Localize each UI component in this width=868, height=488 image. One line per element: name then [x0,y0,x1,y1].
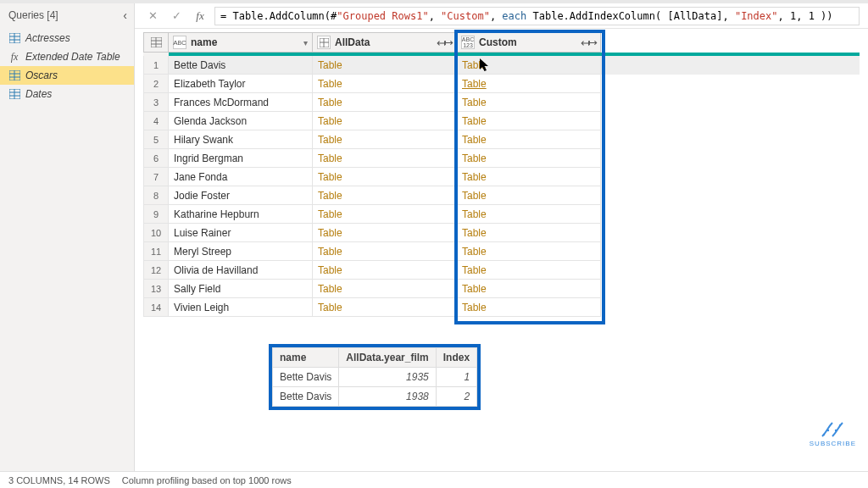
table-row[interactable]: 1Bette DavisTableTable [143,56,860,75]
query-item-dates[interactable]: Dates [0,85,134,103]
table-row[interactable]: 4Glenda JacksonTableTable [143,112,860,130]
cell-custom[interactable]: Table [457,242,601,261]
table-type-icon[interactable] [317,36,331,49]
cell-name[interactable]: Frances McDormand [169,93,313,112]
row-index[interactable]: 2 [143,75,169,93]
table-row[interactable]: 5Hilary SwankTableTable [143,130,860,149]
cell-custom[interactable]: Table [457,130,601,149]
table-row[interactable]: 10Luise RainerTableTable [143,224,860,242]
column-header-custom[interactable]: ABC123 Custom ↤↦ [457,32,601,53]
preview-cell[interactable]: Bette Davis [273,368,339,387]
row-index[interactable]: 11 [143,242,169,261]
cell-name[interactable]: Ingrid Bergman [169,149,313,168]
cell-name[interactable]: Meryl Streep [169,242,313,261]
cell-alldata[interactable]: Table [313,75,457,93]
preview-row[interactable]: Bette Davis19382 [273,387,477,407]
cell-name[interactable]: Luise Rainer [169,224,313,242]
preview-row[interactable]: Bette Davis19351 [273,368,477,387]
cell-alldata[interactable]: Table [313,149,457,168]
accept-formula-button[interactable]: ✓ [167,7,186,25]
cell-alldata[interactable]: Table [313,186,457,205]
table-row[interactable]: 9Katharine HepburnTableTable [143,205,860,224]
table-row[interactable]: 7Jane FondaTableTable [143,168,860,186]
preview-header[interactable]: Index [436,348,476,368]
row-index[interactable]: 9 [143,205,169,224]
cell-custom[interactable]: Table [457,75,601,93]
cell-alldata[interactable]: Table [313,130,457,149]
cell-name[interactable]: Olivia de Havilland [169,261,313,280]
preview-cell[interactable]: 1 [436,368,476,387]
row-index[interactable]: 14 [143,298,169,317]
cell-name[interactable]: Katharine Hepburn [169,205,313,224]
cell-custom[interactable]: Table [457,261,601,280]
cell-name[interactable]: Vivien Leigh [169,298,313,317]
query-item-actresses[interactable]: Actresses [0,29,134,47]
cell-name[interactable]: Sally Field [169,280,313,298]
cell-custom[interactable]: Table [457,56,601,75]
preview-cell[interactable]: Bette Davis [273,387,339,407]
cell-custom[interactable]: Table [457,280,601,298]
table-row[interactable]: 2Elizabeth TaylorTableTable [143,75,860,93]
table-row[interactable]: 13Sally FieldTableTable [143,280,860,298]
row-index[interactable]: 4 [143,112,169,130]
row-index[interactable]: 10 [143,224,169,242]
row-index-header[interactable] [143,32,169,53]
cell-name[interactable]: Jodie Foster [169,186,313,205]
query-item-extended-date-table[interactable]: fxExtended Date Table [0,47,134,66]
table-row[interactable]: 12Olivia de HavillandTableTable [143,261,860,280]
preview-header[interactable]: AllData.year_film [339,348,436,368]
cell-custom[interactable]: Table [457,168,601,186]
cell-name[interactable]: Jane Fonda [169,168,313,186]
text-type-icon[interactable]: ABC [173,36,186,49]
cell-custom[interactable]: Table [457,186,601,205]
query-item-oscars[interactable]: Oscars [0,66,134,85]
cell-alldata[interactable]: Table [313,56,457,75]
collapse-sidebar-icon[interactable]: ‹ [123,8,127,22]
cell-name[interactable]: Glenda Jackson [169,112,313,130]
column-header-alldata[interactable]: AllData ↤↦ [313,32,457,53]
cell-custom[interactable]: Table [457,224,601,242]
table-row[interactable]: 3Frances McDormandTableTable [143,93,860,112]
table-row[interactable]: 6Ingrid BergmanTableTable [143,149,860,168]
row-index[interactable]: 3 [143,93,169,112]
column-header-name[interactable]: ABC name ▾ [169,32,313,53]
row-index[interactable]: 6 [143,149,169,168]
row-index[interactable]: 7 [143,168,169,186]
cell-alldata[interactable]: Table [313,224,457,242]
table-row[interactable]: 8Jodie FosterTableTable [143,186,860,205]
cell-alldata[interactable]: Table [313,242,457,261]
cell-custom[interactable]: Table [457,149,601,168]
row-index[interactable]: 12 [143,261,169,280]
cancel-formula-button[interactable]: ✕ [143,7,162,25]
preview-cell[interactable]: 2 [436,387,476,407]
expand-column-icon[interactable]: ↤↦ [581,36,596,49]
row-index[interactable]: 5 [143,130,169,149]
preview-cell[interactable]: 1935 [339,368,436,387]
cell-alldata[interactable]: Table [313,168,457,186]
cell-alldata[interactable]: Table [313,93,457,112]
row-index[interactable]: 13 [143,280,169,298]
preview-cell[interactable]: 1938 [339,387,436,407]
row-index[interactable]: 8 [143,186,169,205]
table-row[interactable]: 14Vivien LeighTableTable [143,298,860,317]
cell-name[interactable]: Bette Davis [169,56,313,75]
expand-column-icon[interactable]: ↤↦ [437,36,452,49]
cell-alldata[interactable]: Table [313,280,457,298]
cell-alldata[interactable]: Table [313,298,457,317]
cell-alldata[interactable]: Table [313,112,457,130]
preview-header[interactable]: name [273,348,339,368]
cell-alldata[interactable]: Table [313,205,457,224]
cell-custom[interactable]: Table [457,93,601,112]
cell-name[interactable]: Hilary Swank [169,130,313,149]
table-row[interactable]: 11Meryl StreepTableTable [143,242,860,261]
cell-custom[interactable]: Table [457,112,601,130]
cell-custom[interactable]: Table [457,205,601,224]
row-index[interactable]: 1 [143,56,169,75]
any-type-icon[interactable]: ABC123 [461,36,475,49]
cell-name[interactable]: Elizabeth Taylor [169,75,313,93]
cell-alldata[interactable]: Table [313,261,457,280]
column-filter-icon[interactable]: ▾ [303,38,308,47]
formula-input[interactable]: = Table.AddColumn(#"Grouped Rows1", "Cus… [214,7,860,25]
fx-icon[interactable]: fx [191,9,209,23]
cell-custom[interactable]: Table [457,298,601,317]
